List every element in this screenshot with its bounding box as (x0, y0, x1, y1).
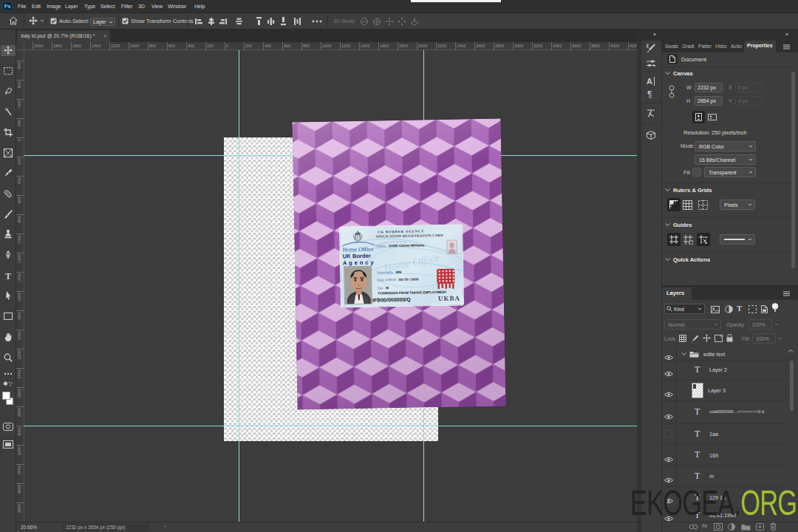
svg-text:A: A (647, 77, 652, 86)
svg-text:¶: ¶ (647, 89, 652, 98)
svg-text:T: T (5, 271, 11, 280)
